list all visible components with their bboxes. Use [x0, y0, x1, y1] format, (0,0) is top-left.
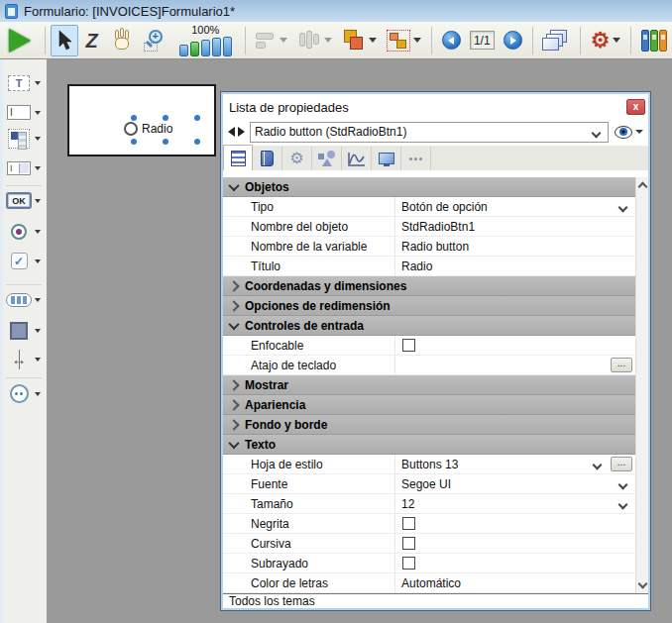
- scroll-down-icon[interactable]: [638, 579, 648, 589]
- tab-more[interactable]: [401, 147, 431, 170]
- property-value-tamano[interactable]: 12: [394, 494, 648, 513]
- toolbox-group-tool[interactable]: [5, 380, 45, 407]
- dropdown-icon[interactable]: [618, 500, 628, 510]
- subrayado-checkbox[interactable]: [402, 557, 415, 570]
- page-indicator-field[interactable]: 1/1: [470, 31, 495, 50]
- toolbox-push-button-tool[interactable]: OK: [5, 187, 45, 214]
- distribute-tool-button[interactable]: [292, 25, 337, 56]
- next-page-button[interactable]: [499, 25, 527, 56]
- previous-page-button[interactable]: [437, 25, 466, 56]
- property-value-nombre-del-objeto[interactable]: StdRadioBtn1: [394, 217, 648, 236]
- dropdown-icon[interactable]: [618, 480, 628, 490]
- pan-tool-button[interactable]: [106, 25, 138, 56]
- settings-dropdown-icon[interactable]: [613, 38, 620, 43]
- property-value-hoja-de-estilo[interactable]: Buttons 13...: [394, 455, 648, 473]
- next-object-icon[interactable]: [238, 127, 245, 137]
- distribute-dropdown-icon[interactable]: [324, 38, 332, 43]
- line-edit-tool-dropdown-icon[interactable]: [35, 111, 41, 115]
- section-objetos[interactable]: Objetos: [223, 177, 648, 197]
- section-fondo-y-borde[interactable]: Fondo y borde: [223, 415, 648, 435]
- scroll-up-icon[interactable]: [638, 182, 648, 192]
- selection-dropdown-icon[interactable]: [413, 38, 421, 43]
- scrollbar[interactable]: [635, 177, 648, 593]
- radio-button-tool-dropdown-icon[interactable]: [35, 230, 41, 234]
- arrange-tool-button[interactable]: [337, 25, 382, 56]
- selection-handle[interactable]: [131, 139, 137, 145]
- static-text-tool-dropdown-icon[interactable]: [35, 81, 41, 85]
- group-tool-dropdown-icon[interactable]: [35, 392, 41, 396]
- properties-panel-titlebar[interactable]: Lista de propiedades x: [223, 94, 648, 118]
- selection-handle[interactable]: [194, 139, 200, 145]
- tab-display[interactable]: [372, 147, 401, 170]
- toolbox-radio-button-tool[interactable]: [5, 218, 45, 245]
- tab-objects[interactable]: [312, 147, 342, 170]
- property-value-tipo[interactable]: Botón de opción: [394, 197, 648, 216]
- close-panel-button[interactable]: x: [626, 99, 645, 115]
- section-texto[interactable]: Texto: [223, 435, 648, 455]
- windows-button[interactable]: [537, 25, 575, 56]
- arrange-dropdown-icon[interactable]: [369, 38, 377, 43]
- combo-box-tool-dropdown-icon[interactable]: [35, 166, 41, 170]
- property-value-atajo-de-teclado[interactable]: ...: [394, 356, 648, 374]
- selection-handle[interactable]: [163, 115, 168, 121]
- previous-object-icon[interactable]: [228, 127, 235, 137]
- property-value-negrita[interactable]: [394, 514, 648, 533]
- tab-events[interactable]: [342, 147, 372, 170]
- section-mostrar[interactable]: Mostrar: [223, 375, 648, 395]
- align-dropdown-icon[interactable]: [280, 38, 287, 43]
- zoom-tool-button[interactable]: +: [138, 25, 171, 56]
- settings-button[interactable]: ⚙: [586, 25, 626, 56]
- tab-properties-list[interactable]: [223, 145, 253, 170]
- hoja-de-estilo-ellipsis-button[interactable]: ...: [611, 457, 632, 471]
- toolbox-splitter-tool[interactable]: ↔: [5, 346, 45, 372]
- eye-dropdown-icon[interactable]: [635, 130, 643, 134]
- push-button-tool-dropdown-icon[interactable]: [35, 199, 41, 203]
- tab-settings[interactable]: ⚙: [282, 147, 312, 170]
- visibility-filter-button[interactable]: [615, 126, 643, 139]
- toolbox-list-view-tool[interactable]: [5, 125, 45, 152]
- enfocable-checkbox[interactable]: [402, 339, 415, 352]
- selection-handle[interactable]: [131, 115, 137, 121]
- checkbox-tool-dropdown-icon[interactable]: [35, 260, 41, 263]
- select-tool-button[interactable]: [51, 25, 78, 56]
- radio-button-widget[interactable]: Radio: [124, 122, 172, 136]
- toolbar-tool-dropdown-icon[interactable]: [35, 298, 41, 302]
- property-value-nombre-de-la-variable[interactable]: Radio button: [394, 237, 648, 256]
- align-tool-button[interactable]: [250, 25, 292, 56]
- selection-handle[interactable]: [194, 115, 200, 121]
- selection-mode-button[interactable]: [382, 25, 426, 56]
- tab-data[interactable]: [253, 147, 282, 170]
- tab-order-tool-button[interactable]: Z: [78, 25, 106, 56]
- list-view-tool-dropdown-icon[interactable]: [35, 137, 41, 141]
- property-value-titulo[interactable]: Radio: [394, 257, 648, 275]
- property-value-color-de-letras[interactable]: Automático: [394, 573, 648, 592]
- negrita-checkbox[interactable]: [402, 517, 415, 530]
- dropdown-icon[interactable]: [593, 461, 603, 470]
- property-value-cursiva[interactable]: [394, 534, 648, 553]
- selection-handle[interactable]: [163, 139, 168, 145]
- section-opciones-de-redimension[interactable]: Opciones de redimensión: [223, 296, 648, 316]
- library-button[interactable]: [636, 25, 672, 56]
- frame-tool-dropdown-icon[interactable]: [35, 329, 41, 333]
- toolbox-checkbox-tool[interactable]: ✓: [5, 248, 45, 274]
- section-controles-de-entrada[interactable]: Controles de entrada: [223, 316, 648, 336]
- run-form-button[interactable]: [0, 25, 40, 56]
- splitter-tool-dropdown-icon[interactable]: [35, 358, 41, 362]
- toolbox-frame-tool[interactable]: [5, 317, 45, 344]
- object-selector-combobox[interactable]: Radio button (StdRadioBtn1): [250, 122, 609, 143]
- property-value-fuente[interactable]: Segoe UI: [394, 474, 648, 493]
- dropdown-icon[interactable]: [618, 203, 628, 213]
- section-apariencia[interactable]: Apariencia: [223, 395, 648, 415]
- toolbox-toolbar-tool[interactable]: [5, 286, 45, 313]
- atajo-de-teclado-ellipsis-button[interactable]: ...: [611, 358, 632, 372]
- cursiva-checkbox[interactable]: [402, 537, 415, 550]
- property-value-enfocable[interactable]: [394, 336, 648, 355]
- zoom-level-widget[interactable]: 100%: [171, 25, 240, 56]
- toolbox-static-text-tool[interactable]: T: [5, 69, 45, 96]
- window-titlebar[interactable]: Formulario: [INVOICES]Formulario1*: [0, 0, 672, 22]
- property-value-subrayado[interactable]: [394, 554, 648, 572]
- section-coordenadas-y-dimensiones[interactable]: Coordenadas y dimensiones: [223, 276, 648, 296]
- toolbox-line-edit-tool[interactable]: I: [5, 99, 45, 126]
- toolbox-combo-box-tool[interactable]: I: [5, 155, 45, 181]
- form-canvas[interactable]: Radio: [67, 84, 216, 156]
